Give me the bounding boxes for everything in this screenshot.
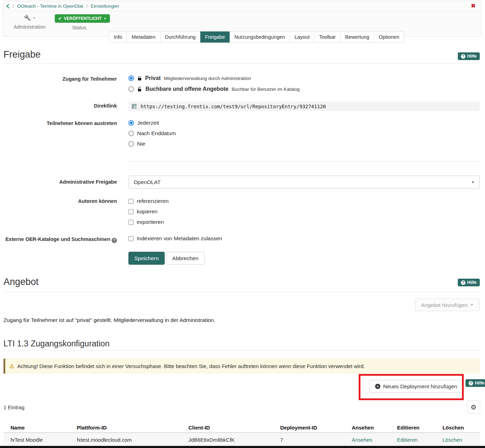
help-circle-icon: ?	[461, 280, 465, 285]
radio-icon[interactable]	[128, 141, 134, 147]
caret-down-icon: ▼	[104, 17, 106, 20]
add-deployment-label: Neues Deployment hinzufügen	[383, 383, 457, 390]
tab-optionen[interactable]: Optionen	[374, 31, 404, 43]
col-header-editieren: Editieren	[397, 425, 442, 431]
tab-metadaten[interactable]: Metadaten	[127, 31, 161, 43]
lock-icon	[137, 76, 142, 81]
angebot-help-button[interactable]: ? Hilfe	[458, 279, 480, 286]
view-link[interactable]: Ansehen	[352, 437, 397, 443]
radio-selected-icon[interactable]	[128, 120, 134, 126]
administration-label: Administration	[9, 24, 51, 30]
access-option-name: Buchbare und offene Angebote	[146, 86, 229, 92]
breadcrumb-item-course[interactable]: OOteach - Termine in OpenOlat	[17, 3, 83, 9]
edit-link[interactable]: Editieren	[397, 437, 442, 443]
breadcrumb-separator: /	[13, 3, 14, 9]
back-chevron-icon[interactable]	[6, 4, 9, 8]
table-settings-button[interactable]: ⚙	[467, 401, 480, 414]
settings-page: / OOteach - Termine in OpenOlat / Einste…	[0, 0, 485, 448]
leave-option-jederzeit[interactable]: Jederzeit	[128, 120, 159, 126]
window-bottom-edge	[0, 446, 485, 448]
angebot-title: Angebot	[3, 277, 39, 287]
add-offer-label: Angebot hinzufügen	[421, 302, 468, 308]
tab-info[interactable]: Info	[109, 31, 127, 43]
entry-count: 1 Eintrag	[3, 404, 24, 410]
leave-option-nach-enddatum[interactable]: Nach Enddatum	[128, 130, 176, 137]
freigabe-title: Freigabe	[3, 49, 41, 60]
access-option-name: Privat	[145, 75, 161, 81]
cell-name: fxTest Moodle	[10, 437, 77, 443]
tab-layout[interactable]: Layout	[290, 31, 315, 43]
radio-icon[interactable]	[128, 86, 134, 92]
cell-client-id: JdB6E6xDm8bkCfK	[188, 437, 280, 443]
form-buttons: Speichern Abbrechen	[128, 252, 204, 265]
oer-label-text: Externe OER-Kataloge und Suchmaschinen	[5, 236, 110, 242]
help-circle-icon: ?	[469, 381, 473, 385]
checkbox-icon[interactable]	[128, 220, 134, 225]
close-icon[interactable]: ✖	[471, 3, 476, 9]
wrench-icon	[24, 14, 31, 21]
col-header-loeschen: Löschen	[442, 425, 480, 431]
table-header-row: Name Plattform-ID Client-ID Deployment-I…	[3, 423, 480, 432]
divider	[3, 350, 480, 351]
tab-toolbar[interactable]: Toolbar	[314, 31, 341, 43]
qr-code-icon[interactable]	[131, 103, 137, 109]
breadcrumb-item-settings[interactable]: Einstellungen	[91, 3, 119, 9]
authors-option-referenzieren[interactable]: referenzieren	[128, 198, 169, 204]
lti-title: LTI 1.3 Zugangskonfiguration	[3, 339, 110, 348]
status-badge[interactable]: ✔ VERÖFFENTLICHT ▼	[55, 14, 110, 23]
direktlink-url[interactable]: https://testing.frentix.com/test9/url/Re…	[141, 104, 326, 109]
warning-icon: ⚠	[9, 363, 14, 369]
tab-durchfuehrung[interactable]: Durchführung	[160, 31, 201, 43]
access-option-desc: Mitgliederverwaltung durch Administratio…	[164, 76, 251, 81]
help-button-label: Hilfe	[467, 280, 477, 285]
admin-release-label: Administrative Freigabe	[3, 179, 117, 185]
leave-option-nie[interactable]: Nie	[128, 141, 145, 147]
caret-down-icon: ▼	[470, 303, 473, 307]
table-row: fxTest Moodle fxtest.moodlecloud.com JdB…	[3, 433, 480, 447]
cancel-button[interactable]: Abbrechen	[166, 252, 204, 265]
delete-link[interactable]: Löschen	[442, 437, 480, 443]
access-option-private[interactable]: Privat Mitgliederverwaltung durch Admini…	[128, 75, 251, 81]
access-info-text: Zugang für Teilnehmer ist auf "privat" g…	[3, 317, 215, 323]
add-offer-button[interactable]: Angebot hinzufügen ▼	[415, 299, 479, 311]
help-circle-icon[interactable]: ?	[112, 238, 117, 243]
lti-help-button[interactable]: ? Hilfe	[465, 379, 485, 387]
help-button-label: Hilfe	[467, 54, 477, 59]
authors-option-kopieren[interactable]: kopieren	[128, 208, 157, 215]
direktlink-field: https://testing.frentix.com/test9/url/Re…	[128, 102, 480, 111]
radio-icon[interactable]	[128, 131, 134, 136]
checkbox-icon[interactable]	[128, 209, 134, 214]
divider	[128, 161, 480, 162]
breadcrumb-separator: /	[86, 3, 88, 9]
tab-freigabe[interactable]: Freigabe	[200, 31, 230, 43]
leave-option-label: Nie	[137, 141, 145, 147]
radio-selected-icon[interactable]	[128, 75, 134, 81]
unlock-icon	[137, 87, 142, 92]
help-button-label: Hilfe	[475, 381, 484, 385]
authors-label: Autoren können	[3, 198, 117, 204]
col-header-name: Name	[10, 425, 77, 431]
divider	[3, 292, 480, 292]
tab-nutzungsbedingungen[interactable]: Nutzungsbedingungen	[230, 31, 290, 43]
help-circle-icon: ?	[461, 54, 465, 59]
administration-menu[interactable]: ▼ Administration	[9, 14, 51, 30]
cell-platform-id: fxtest.moodlecloud.com	[77, 437, 188, 443]
warning-text: Achtung! Diese Funktion befindet sich in…	[17, 363, 365, 369]
access-option-bookable[interactable]: Buchbare und offene Angebote Buchbar für…	[128, 86, 300, 92]
authors-option-exportieren[interactable]: exportieren	[128, 219, 164, 225]
freigabe-help-button[interactable]: ? Hilfe	[458, 52, 480, 60]
add-deployment-button[interactable]: + Neues Deployment hinzufügen	[369, 380, 463, 393]
save-button[interactable]: Speichern	[128, 252, 165, 265]
oer-option-indexieren[interactable]: Indexieren von Metadaten zulassen	[128, 235, 222, 242]
cell-deployment-id: 7	[280, 437, 352, 443]
status-badge-label: VERÖFFENTLICHT	[64, 16, 102, 21]
checkbox-label: Indexieren von Metadaten zulassen	[137, 235, 222, 242]
admin-release-select[interactable]: OpenOLAT ▼	[128, 176, 480, 189]
plus-circle-icon: +	[375, 384, 380, 389]
col-header-ansehen: Ansehen	[352, 425, 397, 431]
access-option-desc: Buchbar für Benutzer im Katalog	[232, 87, 300, 92]
checkbox-icon[interactable]	[128, 199, 134, 204]
tab-bewertung[interactable]: Bewertung	[340, 31, 374, 43]
checkbox-icon[interactable]	[128, 236, 134, 241]
deployment-table: Name Plattform-ID Client-ID Deployment-I…	[3, 423, 480, 447]
